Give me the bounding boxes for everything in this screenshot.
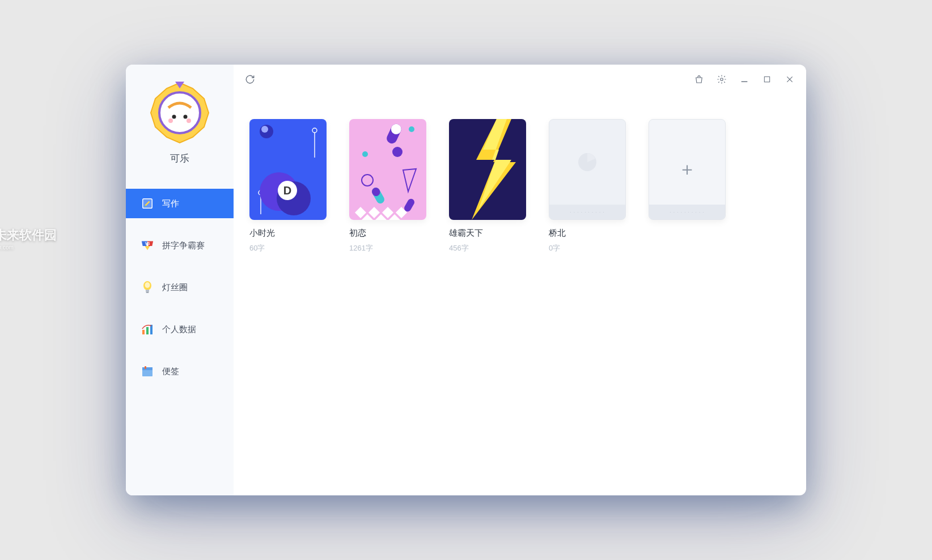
cover-footer-text: · · · · · · · · · ·: [649, 205, 725, 219]
refresh-button[interactable]: [244, 73, 256, 86]
settings-icon[interactable]: [715, 73, 728, 86]
book-cover: [449, 119, 526, 220]
nav: 写作 VS 拼字争霸赛 灯丝圈 个人数据: [126, 189, 234, 398]
svg-text:VS: VS: [145, 241, 150, 245]
svg-point-6: [187, 118, 191, 123]
book-word-count: 0字: [549, 243, 626, 253]
book-title: 雄霸天下: [449, 228, 526, 239]
svg-rect-15: [142, 330, 145, 334]
username: 可乐: [170, 152, 189, 165]
contest-icon: VS: [141, 239, 154, 252]
svg-point-28: [261, 126, 268, 133]
book-card[interactable]: D 小时光 60字: [249, 119, 327, 253]
svg-point-2: [163, 96, 197, 130]
main: D 小时光 60字: [234, 65, 806, 495]
book-card[interactable]: 初恋 1261字: [349, 119, 426, 253]
svg-point-42: [362, 151, 368, 157]
nav-label: 拼字争霸赛: [162, 240, 205, 251]
plus-icon: ＋: [678, 157, 696, 182]
svg-point-4: [184, 115, 188, 119]
book-title: 初恋: [349, 228, 426, 239]
svg-rect-13: [146, 290, 149, 292]
add-book-card[interactable]: ＋ · · · · · · · · · ·: [649, 119, 726, 220]
svg-point-41: [392, 147, 403, 157]
book-grid: D 小时光 60字: [234, 94, 806, 278]
nav-label: 灯丝圈: [162, 282, 188, 293]
book-title: 桥北: [549, 228, 626, 239]
shop-icon[interactable]: [693, 73, 705, 86]
svg-point-12: [145, 282, 150, 288]
book-card[interactable]: 雄霸天下 456字: [449, 119, 526, 253]
sidebar: 可乐 写作 VS 拼字争霸赛 灯丝圈: [126, 65, 234, 495]
svg-point-21: [721, 78, 723, 81]
svg-rect-16: [146, 327, 149, 334]
nav-notes[interactable]: 便签: [126, 357, 234, 386]
svg-rect-14: [146, 292, 149, 293]
nav-label: 写作: [162, 198, 179, 209]
book-title: 小时光: [249, 228, 327, 239]
svg-rect-20: [145, 366, 146, 369]
svg-text:D: D: [283, 184, 291, 197]
book-cover-empty: · · · · · · · · · ·: [549, 119, 626, 220]
svg-rect-54: [449, 119, 526, 220]
svg-point-3: [172, 115, 176, 119]
book-card[interactable]: · · · · · · · · · · 桥北 0字: [549, 119, 626, 253]
svg-rect-19: [142, 367, 152, 370]
book-cover: D: [249, 119, 327, 220]
book-word-count: 60字: [249, 243, 327, 253]
toolbar: [234, 65, 806, 94]
svg-rect-17: [150, 325, 152, 334]
nav-write[interactable]: 写作: [126, 189, 234, 218]
nav-contest[interactable]: VS 拼字争霸赛: [126, 231, 234, 260]
app-window: 可乐 写作 VS 拼字争霸赛 灯丝圈: [126, 65, 806, 495]
svg-point-40: [409, 126, 414, 132]
book-word-count: 456字: [449, 243, 526, 253]
nav-label: 个人数据: [162, 324, 196, 335]
maximize-button[interactable]: [761, 73, 773, 86]
svg-rect-23: [764, 77, 769, 82]
chart-icon: [141, 323, 154, 336]
nav-stats[interactable]: 个人数据: [126, 315, 234, 344]
nav-circle[interactable]: 灯丝圈: [126, 273, 234, 302]
avatar[interactable]: [149, 82, 211, 144]
sticky-note-icon: [141, 364, 154, 378]
add-book-cover: ＋ · · · · · · · · · ·: [649, 119, 726, 220]
book-word-count: 1261字: [349, 243, 426, 253]
book-cover: [349, 119, 426, 220]
close-button[interactable]: [783, 73, 796, 86]
svg-point-5: [168, 118, 173, 123]
nav-label: 便签: [162, 366, 179, 377]
cover-footer-text: · · · · · · · · · ·: [549, 205, 625, 219]
minimize-button[interactable]: [738, 73, 751, 86]
write-icon: [141, 197, 154, 210]
bulb-icon: [141, 281, 154, 294]
